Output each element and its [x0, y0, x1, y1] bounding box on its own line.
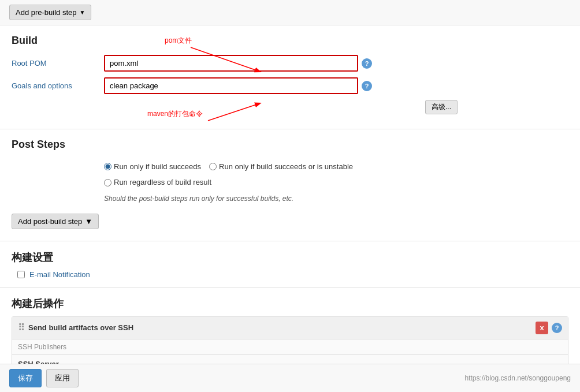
- root-pom-input[interactable]: [104, 55, 358, 72]
- add-postbuild-label: Add post-build step: [18, 217, 82, 226]
- build-section-title: Build: [12, 35, 568, 47]
- apply-button[interactable]: 应用: [46, 369, 79, 387]
- post-build-title: 构建后操作: [12, 297, 568, 311]
- ssh-publishers-label: SSH Publishers: [12, 339, 568, 355]
- ssh-block-title-wrap: ⠿ Send build artifacts over SSH: [18, 322, 133, 333]
- root-pom-help-icon[interactable]: ?: [362, 58, 372, 69]
- goals-help-icon[interactable]: ?: [362, 81, 372, 91]
- goals-row: Goals and options ?: [12, 77, 568, 94]
- ssh-block-title-text: Send build artifacts over SSH: [28, 323, 133, 332]
- ssh-block-header: ⠿ Send build artifacts over SSH x ?: [12, 317, 568, 339]
- bottom-buttons: 保存 应用: [9, 369, 79, 387]
- radio-regardless-label[interactable]: Run regardless of build result: [104, 176, 211, 189]
- ssh-help-icon[interactable]: ?: [552, 323, 562, 333]
- radio-success-unstable-label[interactable]: Run only if build succeeds or is unstabl…: [209, 160, 353, 173]
- post-steps-title: Post Steps: [12, 139, 568, 151]
- bottom-bar: 保存 应用 https://blog.csdn.net/songgoupeng: [0, 364, 580, 392]
- post-steps-description: Should the post-build steps run only for…: [104, 193, 568, 206]
- add-prebuild-label: Add pre-build step: [16, 8, 77, 17]
- ssh-block-help: x ?: [536, 322, 562, 334]
- build-settings-title: 构建设置: [12, 251, 568, 264]
- radio-success-unstable-input[interactable]: [209, 163, 217, 170]
- radio-success-unstable-text: Run only if build succeeds or is unstabl…: [219, 160, 353, 173]
- radio-success-input[interactable]: [104, 163, 111, 170]
- radio-success-text: Run only if build succeeds: [114, 160, 201, 173]
- dropdown-arrow-icon: ▼: [80, 9, 85, 16]
- email-notification-row: E-mail Notification: [17, 270, 568, 279]
- email-notification-checkbox[interactable]: [17, 271, 25, 278]
- top-bar: Add pre-build step ▼: [0, 0, 580, 25]
- goals-label: Goals and options: [12, 81, 104, 90]
- build-settings-section: 构建设置 E-mail Notification: [0, 241, 580, 288]
- drag-handle-icon: ⠿: [18, 322, 25, 333]
- radio-options: Run only if build succeeds Run only if b…: [104, 160, 568, 206]
- advanced-button[interactable]: 高级...: [425, 100, 458, 114]
- radio-success-label[interactable]: Run only if build succeeds: [104, 160, 201, 173]
- goals-input[interactable]: [104, 77, 358, 94]
- root-pom-row: Root POM ?: [12, 55, 568, 72]
- advanced-row: 高级...: [104, 100, 474, 114]
- email-notification-label[interactable]: E-mail Notification: [29, 270, 90, 279]
- radio-regardless-input[interactable]: [104, 179, 111, 186]
- add-prebuild-button[interactable]: Add pre-build step ▼: [9, 5, 91, 20]
- goals-input-wrap: ?: [104, 77, 568, 94]
- build-section: Build pom文件 maven的打包命令 Root POM ?: [0, 25, 580, 129]
- save-button[interactable]: 保存: [9, 369, 42, 387]
- postbuild-dropdown-arrow-icon: ▼: [85, 217, 92, 226]
- post-steps-section: Post Steps Run only if build succeeds Ru…: [0, 129, 580, 241]
- radio-regardless-text: Run regardless of build result: [114, 176, 211, 189]
- ssh-close-button[interactable]: x: [536, 322, 548, 334]
- url-bar: https://blog.csdn.net/songgoupeng: [465, 374, 571, 382]
- add-postbuild-button[interactable]: Add post-build step ▼: [12, 214, 99, 229]
- root-pom-input-wrap: ?: [104, 55, 568, 72]
- root-pom-label: Root POM: [12, 59, 104, 68]
